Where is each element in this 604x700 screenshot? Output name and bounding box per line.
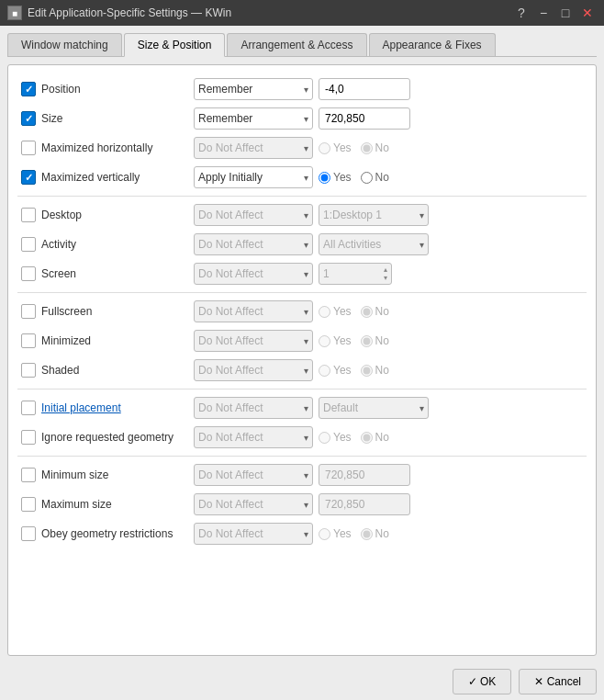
checkbox-obey-geometry-restrictions[interactable]	[21, 526, 36, 541]
dropdown-minimized[interactable]: Do Not Affect▾	[194, 330, 313, 352]
checkbox-size[interactable]	[21, 111, 36, 126]
dropdown-ignore-requested-geometry[interactable]: Do Not Affect▾	[194, 426, 313, 448]
dropdown2-initial-placement[interactable]: Default▾	[319, 397, 429, 419]
input-position[interactable]	[319, 78, 410, 100]
checkbox-maximized-vertically[interactable]	[21, 170, 36, 185]
radio-input-minimized-no[interactable]	[361, 335, 373, 347]
radio-input-fullscreen-no[interactable]	[361, 306, 373, 318]
close-button[interactable]: ✕	[578, 4, 597, 22]
ok-button[interactable]: ✓ OK	[453, 669, 512, 694]
radio-group-minimized: YesNo	[319, 334, 389, 347]
label-initial-placement[interactable]: Initial placement	[41, 401, 188, 414]
dropdown-size[interactable]: Remember▾	[194, 107, 313, 130]
radio-group-maximized-vertically: YesNo	[319, 171, 389, 184]
tab-appearance-fixes[interactable]: Appearance & Fixes	[369, 33, 496, 56]
radio-fullscreen-yes[interactable]: Yes	[319, 305, 352, 318]
extra-size	[319, 107, 583, 130]
radio-shaded-no[interactable]: No	[361, 364, 389, 377]
radio-obey-geometry-restrictions-no[interactable]: No	[361, 527, 389, 540]
minimize-button[interactable]: −	[534, 4, 553, 22]
checkbox-fullscreen[interactable]	[21, 304, 36, 319]
radio-maximized-vertically-no[interactable]: No	[361, 171, 389, 184]
tab-size-position[interactable]: Size & Position	[124, 33, 226, 57]
radio-input-ignore-requested-geometry-no[interactable]	[361, 432, 373, 444]
dropdown2-desktop[interactable]: 1:Desktop 1▾	[319, 204, 429, 226]
radio-input-maximized-vertically-yes[interactable]	[319, 172, 330, 184]
dropdown-shaded[interactable]: Do Not Affect▾	[194, 359, 313, 381]
radio-obey-geometry-restrictions-yes[interactable]: Yes	[319, 527, 352, 540]
radio-input-maximized-horizontally-yes[interactable]	[319, 142, 330, 154]
cancel-button[interactable]: ✕ Cancel	[519, 669, 597, 694]
dropdown-fullscreen[interactable]: Do Not Affect▾	[194, 300, 313, 322]
dropdown-maximum-size[interactable]: Do Not Affect▾	[194, 493, 313, 515]
radio-ignore-requested-geometry-no[interactable]: No	[361, 431, 389, 444]
dropdown-arrow-ignore-requested-geometry: ▾	[304, 433, 308, 443]
radio-input-ignore-requested-geometry-yes[interactable]	[319, 432, 330, 444]
dropdown2-text-desktop: 1:Desktop 1	[323, 209, 382, 221]
radio-input-maximized-vertically-no[interactable]	[361, 172, 373, 184]
checkbox-desktop[interactable]	[21, 208, 36, 222]
maximize-button[interactable]: □	[556, 4, 575, 22]
dropdown-desktop[interactable]: Do Not Affect▾	[194, 204, 313, 226]
dropdown-arrow-fullscreen: ▾	[304, 307, 308, 317]
checkbox-screen[interactable]	[21, 266, 36, 281]
radio-minimized-yes[interactable]: Yes	[319, 334, 352, 347]
dropdown-minimum-size[interactable]: Do Not Affect▾	[194, 464, 313, 486]
input-minimum-size[interactable]	[319, 464, 410, 486]
dropdown-arrow-maximum-size: ▾	[304, 500, 308, 510]
radio-input-obey-geometry-restrictions-yes[interactable]	[319, 528, 330, 540]
label-shaded: Shaded	[41, 364, 188, 377]
checkbox-maximum-size[interactable]	[21, 497, 36, 512]
radio-minimized-no[interactable]: No	[361, 334, 389, 347]
dropdown-text-size: Remember	[198, 112, 252, 125]
dropdown-text-screen: Do Not Affect	[198, 267, 263, 280]
checkbox-activity[interactable]	[21, 237, 36, 252]
input-size[interactable]	[319, 107, 410, 130]
radio-label-no: No	[375, 141, 389, 154]
dropdown-screen[interactable]: Do Not Affect▾	[194, 263, 313, 285]
dropdown-text-maximized-horizontally: Do Not Affect	[198, 141, 263, 154]
radio-input-fullscreen-yes[interactable]	[319, 306, 330, 318]
label-position: Position	[41, 83, 188, 96]
radio-maximized-horizontally-no[interactable]: No	[361, 141, 389, 154]
checkbox-ignore-requested-geometry[interactable]	[21, 430, 36, 445]
radio-maximized-vertically-yes[interactable]: Yes	[319, 171, 352, 184]
checkbox-minimized[interactable]	[21, 333, 36, 348]
dropdown2-text-initial-placement: Default	[323, 401, 358, 414]
dropdown-obey-geometry-restrictions[interactable]: Do Not Affect▾	[194, 523, 313, 545]
radio-fullscreen-no[interactable]: No	[361, 305, 389, 318]
dropdown-maximized-vertically[interactable]: Apply Initially▾	[194, 166, 313, 188]
dropdown2-text-activity: All Activities	[323, 238, 381, 251]
radio-maximized-horizontally-yes[interactable]: Yes	[319, 141, 352, 154]
checkbox-initial-placement[interactable]	[21, 401, 36, 415]
dropdown-position[interactable]: Remember▾	[194, 78, 313, 100]
dropdown-arrow-maximized-vertically: ▾	[304, 173, 308, 183]
radio-input-minimized-yes[interactable]	[319, 335, 330, 347]
radio-input-maximized-horizontally-no[interactable]	[361, 142, 373, 154]
row-position: PositionRemember▾	[17, 74, 587, 104]
radio-label-yes: Yes	[333, 141, 352, 154]
tab-window-matching[interactable]: Window matching	[7, 33, 122, 56]
radio-input-shaded-yes[interactable]	[319, 365, 330, 377]
dropdown-text-fullscreen: Do Not Affect	[198, 305, 263, 318]
radio-label-yes: Yes	[333, 171, 352, 184]
help-button[interactable]: ?	[512, 4, 531, 22]
radio-shaded-yes[interactable]: Yes	[319, 364, 352, 377]
checkbox-maximized-horizontally[interactable]	[21, 141, 36, 155]
tab-arrangement-access[interactable]: Arrangement & Access	[227, 33, 366, 56]
dropdown-maximized-horizontally[interactable]: Do Not Affect▾	[194, 137, 313, 159]
radio-group-obey-geometry-restrictions: YesNo	[319, 527, 389, 540]
dropdown-initial-placement[interactable]: Do Not Affect▾	[194, 397, 313, 419]
checkbox-minimum-size[interactable]	[21, 468, 36, 482]
radio-input-shaded-no[interactable]	[361, 365, 373, 377]
dropdown-activity[interactable]: Do Not Affect▾	[194, 233, 313, 255]
spinbox-screen[interactable]: 1▴▾	[319, 263, 392, 285]
radio-input-obey-geometry-restrictions-no[interactable]	[361, 528, 373, 540]
checkbox-position[interactable]	[21, 82, 36, 96]
checkbox-shaded[interactable]	[21, 363, 36, 378]
input-maximum-size[interactable]	[319, 493, 410, 515]
dropdown2-activity[interactable]: All Activities▾	[319, 233, 429, 255]
dropdown-text-position: Remember	[198, 83, 252, 96]
dropdown-arrow-activity: ▾	[304, 240, 308, 250]
radio-ignore-requested-geometry-yes[interactable]: Yes	[319, 431, 352, 444]
